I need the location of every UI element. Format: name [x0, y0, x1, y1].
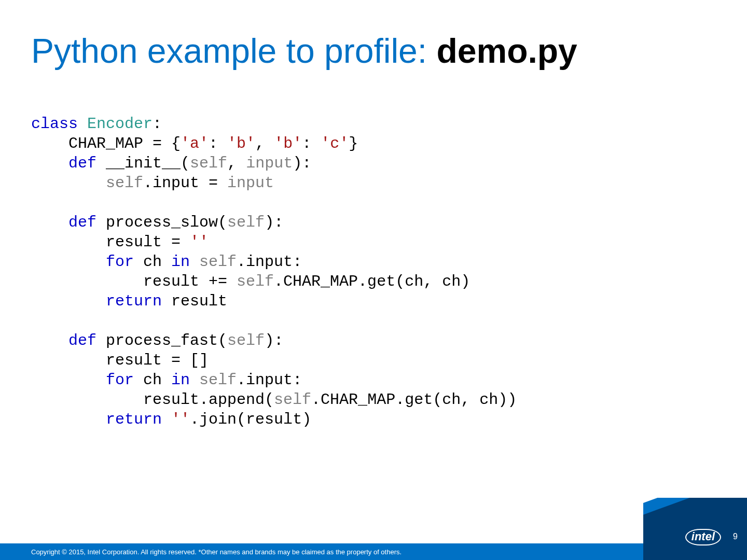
join-result: .join(result): [190, 411, 311, 428]
colon: :: [153, 115, 162, 133]
result-eq: result =: [106, 233, 190, 251]
self: self: [237, 273, 274, 290]
str-b2: 'b': [274, 135, 302, 152]
indent: [31, 135, 68, 152]
empty-str: '': [190, 233, 209, 251]
indent: [31, 214, 68, 231]
result-eq-list: result = []: [106, 352, 209, 369]
fn-slow: process_slow: [106, 214, 218, 231]
result: result: [162, 292, 227, 310]
dot-input: .input:: [237, 371, 302, 389]
sep2: :: [302, 135, 321, 152]
title-filename: demo.py: [436, 32, 577, 70]
sp: [190, 253, 199, 271]
charmap-get: .CHAR_MAP.get(ch, ch): [274, 273, 470, 290]
str-c: 'c': [321, 135, 349, 152]
code-block: class Encoder: CHAR_MAP = {'a': 'b', 'b'…: [31, 114, 517, 429]
kw-return: return: [106, 292, 162, 310]
self: self: [199, 371, 237, 389]
empty-str2: '': [171, 411, 190, 428]
intel-logo-icon: intel: [685, 529, 721, 545]
indent: [31, 332, 68, 349]
kw-in: in: [171, 253, 190, 271]
slide: Python example to profile: demo.py class…: [0, 0, 747, 560]
lparen: (: [218, 332, 227, 349]
comma: ,: [255, 135, 274, 152]
kw-def: def: [68, 332, 96, 349]
fn-fast: process_fast: [106, 332, 218, 349]
title-prefix: Python example to profile:: [31, 32, 436, 70]
comma: ,: [227, 155, 246, 172]
indent: [31, 411, 106, 428]
self: self: [274, 391, 311, 409]
lparen: (: [181, 155, 190, 172]
kw-in: in: [171, 371, 190, 389]
class-name: Encoder: [87, 115, 153, 133]
ch: ch: [134, 253, 171, 271]
rparen: ):: [265, 332, 283, 349]
footer-bar: Copyright © 2015, Intel Corporation. All…: [0, 543, 747, 560]
kw-return: return: [106, 411, 162, 428]
input-rhs: input: [227, 174, 274, 192]
indent: [31, 371, 106, 389]
result-append: result.append(: [143, 391, 274, 409]
dot-input-eq: .input =: [143, 174, 227, 192]
lparen: (: [218, 214, 227, 231]
copyright-text: Copyright © 2015, Intel Corporation. All…: [31, 548, 402, 556]
kw-def: def: [68, 214, 96, 231]
self: self: [106, 174, 143, 192]
self: self: [227, 214, 265, 231]
result-pluseq: result +=: [143, 273, 237, 290]
sp: [190, 371, 199, 389]
self: self: [227, 332, 265, 349]
sep: :: [209, 135, 227, 152]
str-a: 'a': [181, 135, 209, 152]
indent: [31, 174, 106, 192]
ch: ch: [134, 371, 171, 389]
rparen: ):: [265, 214, 283, 231]
slide-title: Python example to profile: demo.py: [31, 31, 577, 71]
indent: [31, 352, 106, 369]
kw-for: for: [106, 253, 134, 271]
kw-def: def: [68, 155, 96, 172]
indent: [31, 292, 106, 310]
indent: [31, 391, 143, 409]
page-number: 9: [733, 532, 738, 541]
str-b: 'b': [227, 135, 255, 152]
rparen: ):: [293, 155, 311, 172]
charmap-lhs: CHAR_MAP = {: [68, 135, 181, 152]
indent: [31, 253, 106, 271]
close-brace: }: [349, 135, 358, 152]
kw-for: for: [106, 371, 134, 389]
self: self: [199, 253, 237, 271]
self: self: [190, 155, 227, 172]
dot-input: .input:: [237, 253, 302, 271]
indent: [31, 233, 106, 251]
param-input: input: [246, 155, 293, 172]
indent: [31, 155, 68, 172]
indent: [31, 273, 143, 290]
charmap-get2: .CHAR_MAP.get(ch, ch)): [311, 391, 517, 409]
init-name: __init__: [106, 155, 181, 172]
kw-class: class: [31, 115, 78, 133]
